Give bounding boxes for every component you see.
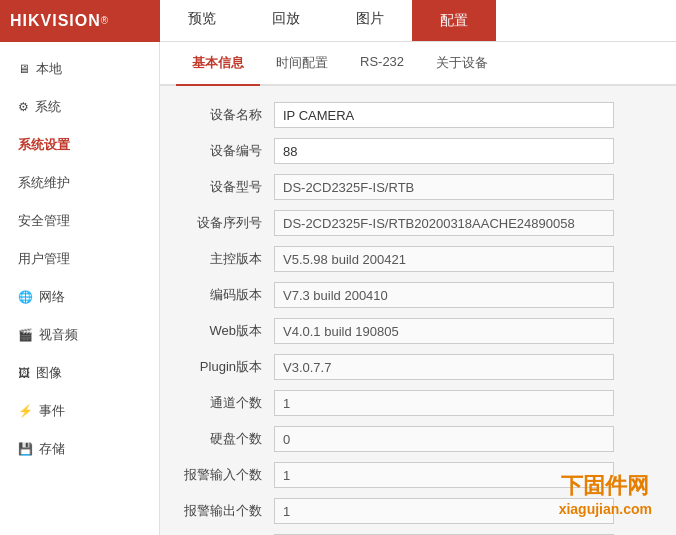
form-label-6: Web版本	[184, 322, 274, 340]
form-value-container-2	[274, 174, 614, 200]
sidebar-label-5: 用户管理	[18, 250, 70, 268]
nav-item-回放[interactable]: 回放	[244, 0, 328, 41]
tab-0[interactable]: 基本信息	[176, 42, 260, 86]
form-row-6: Web版本	[184, 318, 652, 344]
form-value-container-3	[274, 210, 614, 236]
form-label-5: 编码版本	[184, 286, 274, 304]
form-row-2: 设备型号	[184, 174, 652, 200]
logo-text: HIKVISION	[10, 12, 101, 30]
form-row-3: 设备序列号	[184, 210, 652, 236]
watermark: 下固件网 xiagujian.com	[559, 471, 652, 517]
storage-icon: 💾	[18, 442, 33, 456]
monitor-icon: 🖥	[18, 62, 30, 76]
watermark-line1: 下固件网	[559, 471, 652, 501]
logo: HIKVISION®	[0, 0, 160, 42]
form-label-1: 设备编号	[184, 142, 274, 160]
sidebar-item-10[interactable]: 💾存储	[0, 430, 159, 468]
form-row-8: 通道个数	[184, 390, 652, 416]
sidebar-label-10: 存储	[39, 440, 65, 458]
form-value-container-1	[274, 138, 614, 164]
sidebar-label-7: 视音频	[39, 326, 78, 344]
form-value-container-8	[274, 390, 614, 416]
tabs-bar: 基本信息时间配置RS-232关于设备	[160, 42, 676, 86]
event-icon: ⚡	[18, 404, 33, 418]
form-input-5	[274, 282, 614, 308]
sidebar-label-8: 图像	[36, 364, 62, 382]
form-value-container-7	[274, 354, 614, 380]
sidebar-item-2[interactable]: 系统设置	[0, 126, 159, 164]
top-nav: HIKVISION® 预览回放图片配置	[0, 0, 676, 42]
form-value-container-9	[274, 426, 614, 452]
sidebar-label-3: 系统维护	[18, 174, 70, 192]
form-input-9	[274, 426, 614, 452]
form-row-9: 硬盘个数	[184, 426, 652, 452]
sidebar-label-6: 网络	[39, 288, 65, 306]
video-icon: 🎬	[18, 328, 33, 342]
sidebar-item-9[interactable]: ⚡事件	[0, 392, 159, 430]
form-input-8	[274, 390, 614, 416]
nav-item-配置[interactable]: 配置	[412, 0, 496, 41]
sidebar-label-2: 系统设置	[18, 136, 70, 154]
sidebar-item-1[interactable]: ⚙系统	[0, 88, 159, 126]
form-label-9: 硬盘个数	[184, 430, 274, 448]
sidebar: 🖥本地⚙系统系统设置系统维护安全管理用户管理🌐网络🎬视音频🖼图像⚡事件💾存储	[0, 42, 160, 535]
tab-2[interactable]: RS-232	[344, 42, 420, 86]
main-layout: 🖥本地⚙系统系统设置系统维护安全管理用户管理🌐网络🎬视音频🖼图像⚡事件💾存储 基…	[0, 42, 676, 535]
form-input-0[interactable]	[274, 102, 614, 128]
sidebar-item-6[interactable]: 🌐网络	[0, 278, 159, 316]
form-row-4: 主控版本	[184, 246, 652, 272]
nav-item-预览[interactable]: 预览	[160, 0, 244, 41]
form-label-7: Plugin版本	[184, 358, 274, 376]
sidebar-item-3[interactable]: 系统维护	[0, 164, 159, 202]
image-icon: 🖼	[18, 366, 30, 380]
sidebar-label-0: 本地	[36, 60, 62, 78]
sidebar-item-0[interactable]: 🖥本地	[0, 50, 159, 88]
nav-item-图片[interactable]: 图片	[328, 0, 412, 41]
content-area: 基本信息时间配置RS-232关于设备 设备名称设备编号设备型号设备序列号主控版本…	[160, 42, 676, 535]
form-row-1: 设备编号	[184, 138, 652, 164]
tab-3[interactable]: 关于设备	[420, 42, 504, 86]
form-input-2	[274, 174, 614, 200]
form-row-7: Plugin版本	[184, 354, 652, 380]
form-value-container-5	[274, 282, 614, 308]
form-label-4: 主控版本	[184, 250, 274, 268]
sidebar-item-7[interactable]: 🎬视音频	[0, 316, 159, 354]
form-area: 设备名称设备编号设备型号设备序列号主控版本编码版本Web版本Plugin版本通道…	[160, 86, 676, 535]
logo-superscript: ®	[101, 15, 108, 26]
sidebar-item-4[interactable]: 安全管理	[0, 202, 159, 240]
watermark-line2: xiagujian.com	[559, 501, 652, 517]
form-label-11: 报警输出个数	[184, 502, 274, 520]
form-value-container-0	[274, 102, 614, 128]
form-input-1[interactable]	[274, 138, 614, 164]
network-icon: 🌐	[18, 290, 33, 304]
form-input-7	[274, 354, 614, 380]
sidebar-label-4: 安全管理	[18, 212, 70, 230]
sidebar-item-8[interactable]: 🖼图像	[0, 354, 159, 392]
form-input-6	[274, 318, 614, 344]
sidebar-label-1: 系统	[35, 98, 61, 116]
form-label-2: 设备型号	[184, 178, 274, 196]
form-label-10: 报警输入个数	[184, 466, 274, 484]
form-label-0: 设备名称	[184, 106, 274, 124]
form-input-3	[274, 210, 614, 236]
form-input-4	[274, 246, 614, 272]
form-row-0: 设备名称	[184, 102, 652, 128]
system-icon: ⚙	[18, 100, 29, 114]
form-value-container-6	[274, 318, 614, 344]
sidebar-item-5[interactable]: 用户管理	[0, 240, 159, 278]
tab-1[interactable]: 时间配置	[260, 42, 344, 86]
sidebar-label-9: 事件	[39, 402, 65, 420]
nav-items: 预览回放图片配置	[160, 0, 676, 41]
form-label-8: 通道个数	[184, 394, 274, 412]
form-row-5: 编码版本	[184, 282, 652, 308]
form-value-container-4	[274, 246, 614, 272]
form-label-3: 设备序列号	[184, 214, 274, 232]
